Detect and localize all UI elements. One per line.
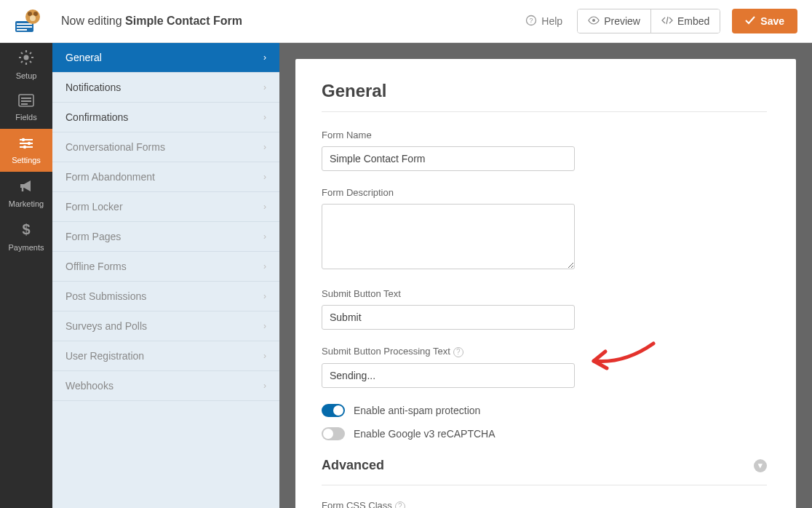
check-icon (745, 15, 755, 27)
input-form-name[interactable] (322, 146, 575, 171)
editing-text: Now editing Simple Contact Form (61, 15, 242, 28)
nav-item-fields[interactable]: Fields (0, 86, 52, 129)
label-submit-processing-text: Submit Button Processing Text? (322, 346, 767, 357)
toggle-antispam[interactable] (322, 404, 345, 417)
sidebar-item-label: Conversational Forms (65, 141, 165, 153)
toggle-row-recaptcha: Enable Google v3 reCAPTCHA (322, 427, 767, 440)
svg-point-17 (22, 138, 25, 140)
form-icon (18, 94, 34, 108)
svg-point-5 (28, 12, 32, 16)
svg-text:?: ? (530, 17, 533, 24)
chevron-right-icon: › (263, 231, 266, 242)
sidebar-item-general[interactable]: General› (52, 43, 279, 73)
chevron-down-icon[interactable]: ▾ (754, 459, 767, 472)
sidebar-item-label: Confirmations (65, 111, 128, 123)
nav-label: Setup (16, 71, 37, 80)
sidebar-item-post-submissions[interactable]: Post Submissions› (52, 282, 279, 311)
chevron-right-icon: › (263, 52, 266, 63)
advanced-heading: Advanced ▾ (322, 458, 767, 473)
svg-rect-3 (17, 29, 27, 31)
toggle-row-antispam: Enable anti-spam protection (322, 404, 767, 417)
svg-rect-2 (17, 26, 32, 28)
sidebar-item-label: Form Locker (65, 201, 123, 213)
sidebar-item-confirmations[interactable]: Confirmations› (52, 103, 279, 132)
sidebar-item-label: Notifications (65, 82, 121, 93)
help-link[interactable]: ? Help (525, 15, 562, 28)
eye-icon (588, 15, 600, 27)
nav-item-settings[interactable]: Settings (0, 129, 52, 172)
sidebar-item-form-abandonment[interactable]: Form Abandonment› (52, 162, 279, 192)
dollar-icon: $ (20, 221, 32, 239)
svg-point-19 (28, 141, 31, 144)
svg-rect-1 (17, 23, 32, 25)
nav-item-marketing[interactable]: Marketing (0, 172, 52, 215)
sidebar-item-conversational-forms[interactable]: Conversational Forms› (52, 132, 279, 162)
sidebar-item-form-pages[interactable]: Form Pages› (52, 222, 279, 252)
field-form-description: Form Description (322, 187, 767, 272)
sidebar-item-label: Offline Forms (65, 261, 127, 272)
nav-label: Settings (12, 156, 41, 164)
chevron-right-icon: › (263, 261, 266, 271)
divider (322, 485, 767, 485)
sidebar-item-label: General (65, 52, 102, 63)
input-form-description[interactable] (322, 204, 575, 269)
divider (322, 111, 767, 112)
nav-item-setup[interactable]: Setup (0, 43, 52, 86)
toggle-recaptcha[interactable] (322, 427, 345, 440)
top-right: ? Help Preview Embed Save (525, 9, 812, 33)
sidebar-item-surveys-polls[interactable]: Surveys and Polls› (52, 311, 279, 341)
help-icon[interactable]: ? (395, 501, 405, 508)
embed-label: Embed (677, 15, 709, 27)
sidebar-item-offline-forms[interactable]: Offline Forms› (52, 252, 279, 282)
embed-icon (661, 15, 673, 27)
advanced-title: Advanced (322, 458, 384, 473)
help-label: Help (541, 15, 562, 27)
nav-label: Fields (15, 113, 36, 122)
sidebar-item-label: Post Submissions (65, 290, 146, 302)
svg-point-10 (592, 19, 595, 22)
sidebar-item-label: Surveys and Polls (65, 320, 147, 332)
editing-form-title: Simple Contact Form (125, 15, 242, 27)
preview-embed-group: Preview Embed (577, 9, 720, 33)
toggle-antispam-label: Enable anti-spam protection (354, 405, 480, 416)
preview-button[interactable]: Preview (578, 9, 650, 33)
nav-item-payments[interactable]: $ Payments (0, 215, 52, 258)
label-form-description: Form Description (322, 187, 767, 198)
embed-button[interactable]: Embed (650, 9, 720, 33)
chevron-right-icon: › (263, 82, 266, 92)
svg-rect-14 (21, 100, 31, 102)
section-title: General (322, 81, 767, 101)
gear-icon (18, 49, 34, 67)
chevron-right-icon: › (263, 381, 266, 391)
toggle-knob (333, 405, 343, 416)
top-bar: Now editing Simple Contact Form ? Help P… (0, 0, 812, 43)
input-submit-text[interactable] (322, 305, 575, 330)
svg-rect-13 (21, 98, 31, 99)
chevron-right-icon: › (263, 172, 266, 182)
chevron-right-icon: › (263, 202, 266, 212)
help-icon: ? (525, 15, 537, 28)
help-icon[interactable]: ? (453, 347, 463, 357)
field-submit-processing-text: Submit Button Processing Text? (322, 346, 767, 388)
left-nav: Setup Fields Settings Marketing $ Paymen… (0, 43, 52, 508)
preview-label: Preview (604, 15, 640, 27)
svg-text:$: $ (22, 221, 30, 237)
svg-point-6 (33, 12, 38, 16)
svg-point-7 (30, 15, 36, 21)
sidebar: General› Notifications› Confirmations› C… (52, 43, 279, 508)
toggle-knob (323, 429, 333, 439)
sidebar-item-notifications[interactable]: Notifications› (52, 73, 279, 103)
sidebar-item-user-registration[interactable]: User Registration› (52, 341, 279, 371)
chevron-right-icon: › (263, 112, 266, 122)
sidebar-item-label: Form Pages (65, 231, 121, 242)
toggle-recaptcha-label: Enable Google v3 reCAPTCHA (354, 428, 495, 440)
save-button[interactable]: Save (732, 9, 797, 33)
sidebar-item-label: Form Abandonment (65, 171, 155, 183)
input-submit-processing-text[interactable] (322, 363, 575, 388)
chevron-right-icon: › (263, 142, 266, 152)
nav-label: Marketing (9, 199, 44, 208)
sidebar-item-form-locker[interactable]: Form Locker› (52, 192, 279, 222)
sidebar-item-label: User Registration (65, 350, 144, 362)
svg-point-11 (24, 55, 29, 60)
sidebar-item-webhooks[interactable]: Webhooks› (52, 371, 279, 401)
